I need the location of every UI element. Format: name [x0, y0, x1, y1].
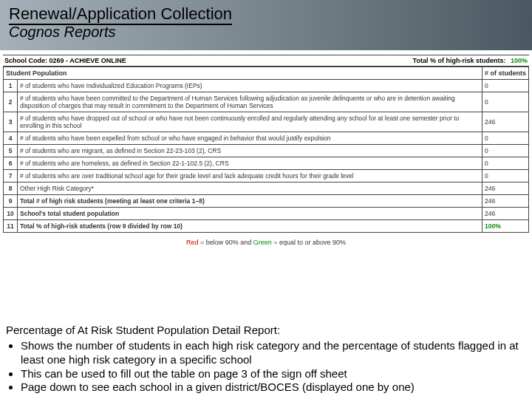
row-value: 0: [482, 170, 528, 183]
table-row: 10School's total student population246: [4, 208, 529, 220]
table-head-row: Student Population # of students: [4, 67, 529, 80]
total-risk-value: 100%: [511, 57, 528, 64]
row-value: 246: [482, 112, 528, 132]
row-value: 246: [482, 195, 528, 208]
row-text: # of students who are over traditional s…: [18, 170, 482, 183]
list-item: Page down to see each school in a given …: [21, 381, 526, 395]
row-value: 100%: [482, 220, 528, 233]
table-row: 6# of students who are homeless, as defi…: [4, 157, 529, 170]
table-row: 11Total % of high-risk students (row 9 d…: [4, 220, 529, 233]
legend-green: Green: [253, 239, 272, 246]
table-row: 7# of students who are over traditional …: [4, 170, 529, 183]
table-row: 4# of students who have been expelled fr…: [4, 132, 529, 145]
header-title: Renewal/Application Collection: [9, 4, 232, 25]
list-item: Shows the number of students in each hig…: [21, 339, 526, 367]
table-row: 3# of students who have dropped out of s…: [4, 112, 529, 132]
row-value: 0: [482, 80, 528, 92]
col-header-right: # of students: [482, 67, 528, 80]
row-text: # of students who have been expelled fro…: [18, 132, 482, 145]
row-number: 6: [4, 157, 18, 170]
table-row: 2# of students who have been committed t…: [4, 92, 529, 112]
legend: Red = below 90% and Green = equal to or …: [3, 239, 529, 246]
row-number: 10: [4, 208, 18, 220]
school-code-label: School Code: 0269 - ACHIEVE ONLINE: [4, 57, 126, 64]
row-number: 2: [4, 92, 18, 112]
row-text: # of students who have been committed to…: [18, 92, 482, 112]
row-number: 3: [4, 112, 18, 132]
total-risk-wrap: Total % of high-risk students: 100%: [413, 57, 528, 64]
row-text: # of students who have Individualized Ed…: [18, 80, 482, 92]
report-table: Student Population # of students 1# of s…: [3, 66, 529, 233]
row-text: Total # of high risk students (meeting a…: [18, 195, 482, 208]
row-number: 5: [4, 145, 18, 157]
row-value: 0: [482, 132, 528, 145]
row-value: 0: [482, 145, 528, 157]
row-text: Total % of high-risk students (row 9 div…: [18, 220, 482, 233]
total-risk-label: Total % of high-risk students:: [413, 57, 506, 64]
row-value: 246: [482, 208, 528, 220]
description-list: Shows the number of students in each hig…: [9, 339, 526, 395]
row-text: School's total student population: [18, 208, 482, 220]
slide-header: Renewal/Application Collection Cognos Re…: [0, 0, 532, 50]
row-number: 7: [4, 170, 18, 183]
description-block: Percentage of At Risk Student Population…: [6, 324, 526, 395]
report-topline: School Code: 0269 - ACHIEVE ONLINE Total…: [3, 55, 529, 66]
row-number: 4: [4, 132, 18, 145]
row-text: # of students who have dropped out of sc…: [18, 112, 482, 132]
legend-green-desc: = equal to or above 90%: [273, 239, 346, 246]
row-text: # of students who are migrant, as define…: [18, 145, 482, 157]
report-area: School Code: 0269 - ACHIEVE ONLINE Total…: [0, 50, 532, 246]
description-title: Percentage of At Risk Student Population…: [6, 324, 526, 338]
list-item: This can be used to fill out the table o…: [21, 367, 526, 381]
legend-red-desc: = below 90% and: [200, 239, 251, 246]
legend-red: Red: [186, 239, 199, 246]
row-number: 1: [4, 80, 18, 92]
row-text: Other High Risk Category*: [18, 183, 482, 195]
row-number: 11: [4, 220, 18, 233]
table-row: 1# of students who have Individualized E…: [4, 80, 529, 92]
row-value: 246: [482, 183, 528, 195]
table-row: 9Total # of high risk students (meeting …: [4, 195, 529, 208]
header-subtitle: Cognos Reports: [9, 24, 523, 41]
table-row: 8Other High Risk Category*246: [4, 183, 529, 195]
row-value: 0: [482, 157, 528, 170]
row-value: 0: [482, 92, 528, 112]
table-row: 5# of students who are migrant, as defin…: [4, 145, 529, 157]
row-number: 8: [4, 183, 18, 195]
col-header-left: Student Population: [4, 67, 482, 80]
row-text: # of students who are homeless, as defin…: [18, 157, 482, 170]
row-number: 9: [4, 195, 18, 208]
